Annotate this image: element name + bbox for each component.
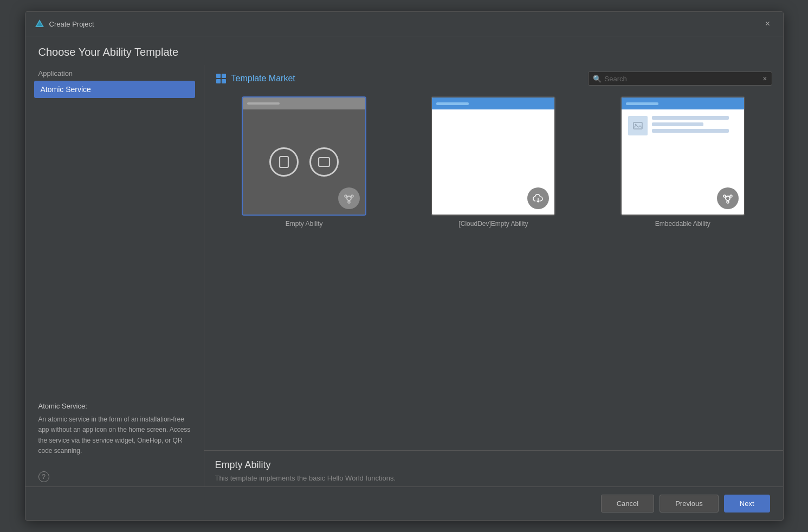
image-box — [628, 116, 648, 135]
selected-template-desc: This template implements the basic Hello… — [215, 474, 772, 482]
svg-rect-15 — [634, 122, 642, 129]
svg-point-11 — [348, 201, 350, 203]
svg-rect-7 — [319, 158, 329, 166]
template-card-clouddev[interactable]: [CloudDev]Empty Ability — [404, 96, 583, 228]
sidebar-bottom: Atomic Service: An atomic service in the… — [34, 393, 195, 486]
svg-rect-4 — [216, 79, 221, 83]
white-topbar-emb — [622, 98, 744, 109]
template-thumb-embeddable — [620, 96, 745, 216]
template-thumb-clouddev — [431, 96, 555, 216]
window-title: Create Project — [49, 20, 94, 28]
search-clear-button[interactable]: × — [762, 74, 767, 83]
sidebar-description: Atomic Service: An atomic service in the… — [34, 393, 195, 467]
dialog-heading: Choose Your Ability Template — [25, 36, 783, 65]
template-thumb-empty-ability — [242, 96, 366, 216]
search-icon: 🔍 — [593, 75, 602, 83]
svg-rect-2 — [216, 74, 221, 78]
content-header: Template Market 🔍 × — [204, 65, 783, 92]
market-icon — [215, 73, 227, 85]
sidebar-desc-title: Atomic Service: — [38, 402, 191, 410]
close-button[interactable]: × — [761, 17, 774, 30]
template-label-embeddable: Embeddable Ability — [655, 220, 710, 228]
template-market-title: Template Market — [215, 73, 295, 85]
sidebar-item-atomic-service[interactable]: Atomic Service — [34, 81, 195, 98]
svg-rect-6 — [280, 157, 288, 167]
phone-topbar-line — [247, 102, 280, 105]
text-line-1 — [652, 116, 729, 120]
create-project-dialog: Create Project × Choose Your Ability Tem… — [25, 11, 784, 521]
sidebar: Application Atomic Service Atomic Servic… — [25, 65, 204, 486]
phone-bottom-icon — [338, 187, 360, 209]
next-button[interactable]: Next — [724, 495, 770, 512]
svg-rect-5 — [222, 79, 226, 83]
help-icon-area: ? — [34, 467, 195, 486]
embeddable-bottom-icon — [717, 187, 739, 209]
phone-topbar — [243, 98, 365, 109]
svg-rect-3 — [222, 74, 226, 78]
search-box: 🔍 × — [588, 72, 772, 86]
text-line-3 — [652, 129, 729, 133]
template-label-clouddev: [CloudDev]Empty Ability — [458, 220, 528, 228]
templates-grid: Empty Ability — [204, 92, 783, 450]
template-label-empty-ability: Empty Ability — [286, 220, 323, 228]
white-mockup-embeddable — [622, 98, 744, 215]
template-card-empty-ability[interactable]: Empty Ability — [215, 96, 393, 228]
previous-button[interactable]: Previous — [660, 495, 719, 512]
title-bar-left: Create Project — [34, 18, 94, 29]
white-mockup-clouddev — [432, 98, 554, 215]
sidebar-desc-text: An atomic service in the form of an inst… — [38, 414, 191, 456]
phone-circle-icon-2 — [309, 147, 339, 177]
template-card-embeddable[interactable]: Embeddable Ability — [593, 96, 772, 228]
text-line-2 — [652, 122, 703, 126]
content-area: Template Market 🔍 × — [204, 65, 783, 486]
bottom-info: Empty Ability This template implements t… — [204, 450, 783, 486]
white-topbar-line-emb — [626, 102, 658, 105]
white-image-placeholder — [628, 116, 738, 135]
selected-template-title: Empty Ability — [215, 459, 772, 471]
text-lines — [652, 116, 738, 133]
dialog-body: Application Atomic Service Atomic Servic… — [25, 65, 783, 486]
title-bar: Create Project × — [25, 12, 783, 36]
white-topbar — [432, 98, 554, 109]
phone-mockup — [243, 98, 365, 215]
cancel-button[interactable]: Cancel — [601, 495, 654, 512]
sidebar-section-label: Application — [34, 65, 195, 81]
help-button[interactable]: ? — [38, 471, 49, 482]
svg-point-20 — [727, 201, 729, 203]
search-input[interactable] — [605, 75, 760, 83]
white-topbar-line — [436, 102, 469, 105]
dialog-footer: Cancel Previous Next — [25, 486, 783, 520]
phone-circle-icon-1 — [269, 147, 299, 177]
app-icon — [34, 18, 45, 29]
